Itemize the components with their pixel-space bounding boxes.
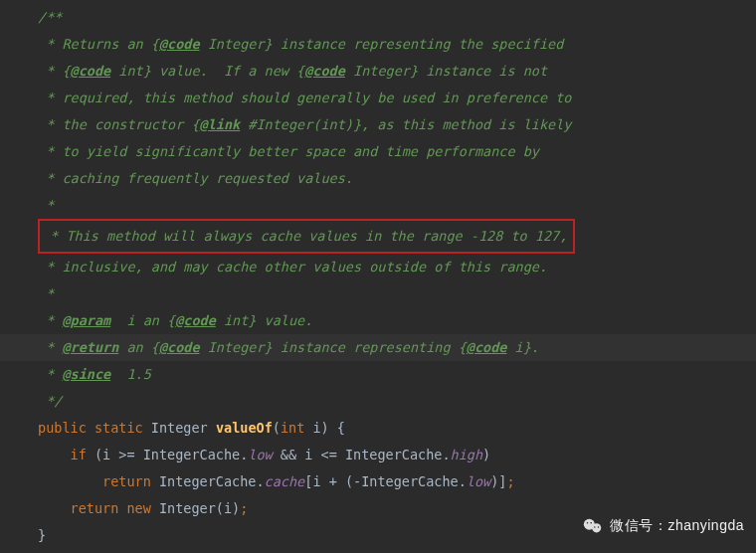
svg-point-1 <box>592 523 601 532</box>
javadoc-tag-return: @return <box>62 339 118 355</box>
javadoc-tag: @link <box>200 116 241 132</box>
javadoc-open: /** <box>38 9 62 25</box>
javadoc-tag: @code <box>467 339 507 355</box>
javadoc-line: i an { <box>110 312 175 328</box>
javadoc-line: i}. <box>506 339 539 355</box>
code-block: /** * Returns an {@code Integer} instanc… <box>0 0 756 553</box>
javadoc-tag-since: @since <box>62 366 110 382</box>
javadoc-line: Integer} instance is not <box>345 63 547 79</box>
method-signature: public static Integer valueOf(int i) { <box>0 415 756 442</box>
javadoc-line: 1.5 <box>110 366 151 382</box>
watermark: 微信号：zhanyingda <box>582 512 744 539</box>
highlight-box: * This method will always cache values i… <box>38 219 575 254</box>
javadoc-line: * { <box>38 63 71 79</box>
wechat-icon <box>582 515 604 537</box>
javadoc-tag: @code <box>175 312 216 328</box>
method-name: valueOf <box>216 420 273 436</box>
javadoc-tag: @code <box>304 63 345 79</box>
javadoc-line: int} value. If a new { <box>110 63 304 79</box>
javadoc-line: * <box>38 197 54 213</box>
javadoc-line: Integer} instance representing { <box>200 339 467 355</box>
javadoc-line: * inclusive, and may cache other values … <box>38 259 547 275</box>
javadoc-tag: @code <box>159 339 200 355</box>
javadoc-line: int} value. <box>216 312 313 328</box>
javadoc-line: * the constructor { <box>38 116 200 132</box>
return-cache-line: return IntegerCache.cache[i + (-IntegerC… <box>0 468 756 495</box>
javadoc-tag: @code <box>159 36 200 52</box>
javadoc-line: * <box>38 366 62 382</box>
javadoc-line: * <box>38 339 62 355</box>
javadoc-line: #Integer(int)}, as this method is likely <box>240 116 571 132</box>
javadoc-close: */ <box>38 393 62 409</box>
javadoc-highlighted: * This method will always cache values i… <box>38 228 575 244</box>
javadoc-line: Integer} instance representing the speci… <box>200 36 564 52</box>
javadoc-line: * Returns an { <box>38 36 159 52</box>
javadoc-line: * <box>38 312 62 328</box>
javadoc-tag-param: @param <box>62 312 110 328</box>
javadoc-line: * caching frequently requested values. <box>38 170 353 186</box>
svg-point-4 <box>594 526 595 527</box>
if-line: if (i >= IntegerCache.low && i <= Intege… <box>0 442 756 468</box>
javadoc-line: an { <box>118 339 159 355</box>
javadoc-line: * to yield significantly better space an… <box>38 143 539 159</box>
svg-point-3 <box>591 521 593 523</box>
svg-point-2 <box>587 521 589 523</box>
javadoc-line: * <box>38 285 54 301</box>
javadoc-tag: @code <box>71 63 111 79</box>
watermark-text: 微信号：zhanyingda <box>610 512 744 539</box>
svg-point-5 <box>598 526 599 527</box>
javadoc-line: * required, this method should generally… <box>38 90 571 105</box>
